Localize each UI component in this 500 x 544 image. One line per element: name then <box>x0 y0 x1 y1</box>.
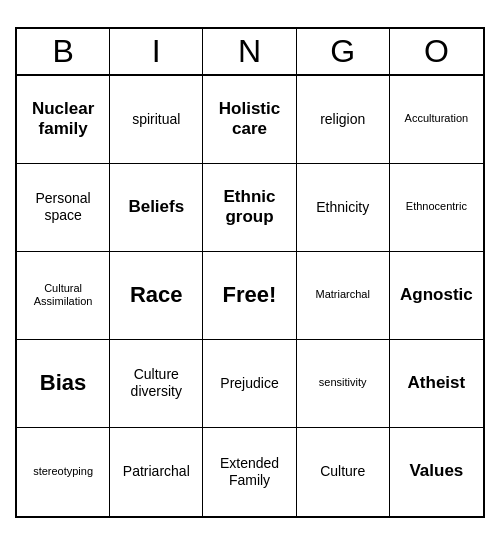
bingo-card: BINGO Nuclear familyspiritualHolistic ca… <box>15 27 485 518</box>
bingo-cell[interactable]: Ethnocentric <box>390 164 483 252</box>
bingo-cell[interactable]: Matriarchal <box>297 252 390 340</box>
bingo-cell[interactable]: Ethnicity <box>297 164 390 252</box>
bingo-cell[interactable]: Nuclear family <box>17 76 110 164</box>
header-letter: G <box>297 29 390 74</box>
bingo-cell[interactable]: Race <box>110 252 203 340</box>
bingo-cell[interactable]: religion <box>297 76 390 164</box>
bingo-cell[interactable]: stereotyping <box>17 428 110 516</box>
bingo-cell[interactable]: Beliefs <box>110 164 203 252</box>
bingo-header: BINGO <box>17 29 483 76</box>
header-letter: I <box>110 29 203 74</box>
bingo-cell[interactable]: Patriarchal <box>110 428 203 516</box>
bingo-grid: Nuclear familyspiritualHolistic carereli… <box>17 76 483 516</box>
bingo-cell[interactable]: sensitivity <box>297 340 390 428</box>
bingo-cell[interactable]: Prejudice <box>203 340 296 428</box>
bingo-cell[interactable]: Values <box>390 428 483 516</box>
bingo-cell[interactable]: Personal space <box>17 164 110 252</box>
bingo-cell[interactable]: Cultural Assimilation <box>17 252 110 340</box>
bingo-cell[interactable]: Atheist <box>390 340 483 428</box>
bingo-cell[interactable]: Agnostic <box>390 252 483 340</box>
bingo-cell[interactable]: Culture diversity <box>110 340 203 428</box>
bingo-cell[interactable]: Bias <box>17 340 110 428</box>
header-letter: O <box>390 29 483 74</box>
bingo-cell[interactable]: Free! <box>203 252 296 340</box>
bingo-cell[interactable]: Acculturation <box>390 76 483 164</box>
bingo-cell[interactable]: Culture <box>297 428 390 516</box>
header-letter: B <box>17 29 110 74</box>
bingo-cell[interactable]: Holistic care <box>203 76 296 164</box>
bingo-cell[interactable]: spiritual <box>110 76 203 164</box>
bingo-cell[interactable]: Ethnic group <box>203 164 296 252</box>
bingo-cell[interactable]: Extended Family <box>203 428 296 516</box>
header-letter: N <box>203 29 296 74</box>
